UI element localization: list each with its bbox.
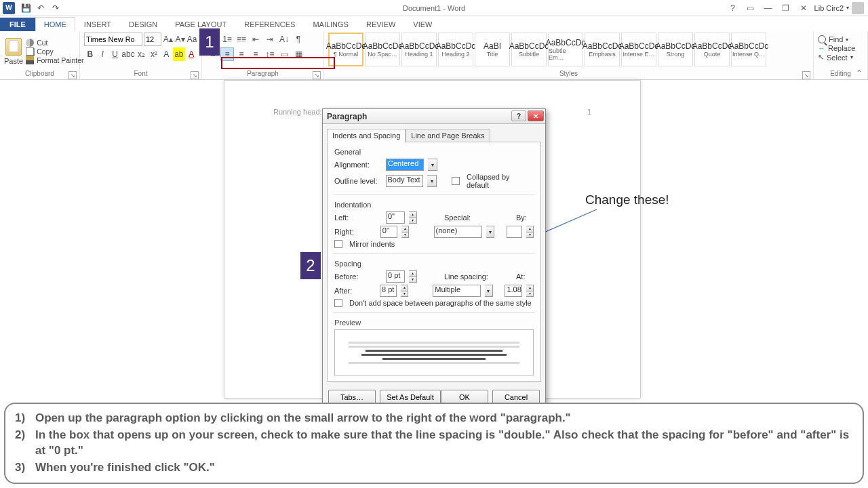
align-center-button[interactable]: ≡ (220, 47, 234, 61)
tab-view[interactable]: VIEW (404, 17, 441, 31)
copy-button[interactable]: Copy (26, 47, 83, 56)
text-effects-button[interactable]: A (161, 47, 172, 61)
decrease-indent-button[interactable]: ⇤ (249, 33, 262, 46)
style-no-spac-[interactable]: AaBbCcDcNo Spac… (365, 33, 400, 66)
close-button[interactable]: ✕ (797, 3, 810, 14)
justify-button[interactable]: ≡ (249, 47, 262, 61)
indent-right-spinner[interactable]: ▴▾ (401, 226, 409, 238)
tab-design[interactable]: DESIGN (120, 17, 166, 31)
after-spinner[interactable]: ▴▾ (401, 285, 408, 297)
italic-button[interactable]: I (96, 47, 108, 61)
numbering-button[interactable]: 1≡ (220, 33, 234, 46)
styles-launcher[interactable]: ↘ (802, 71, 810, 79)
dialog-help-button[interactable]: ? (511, 110, 526, 121)
style-heading-1[interactable]: AaBbCcDcHeading 1 (401, 33, 437, 66)
line-spacing-select[interactable]: Multiple (433, 285, 481, 297)
format-painter-button[interactable]: Format Painter (26, 56, 83, 64)
replace-button[interactable]: ↔Replace (818, 44, 863, 52)
outline-dropdown-icon[interactable]: ▾ (427, 175, 437, 187)
font-size-input[interactable] (144, 33, 161, 46)
qat-undo-button[interactable]: ↶ (34, 1, 47, 15)
grow-font-button[interactable]: A▴ (163, 33, 174, 46)
indent-left-spinner[interactable]: ▴▾ (409, 211, 417, 224)
tab-mailings[interactable]: MAILINGS (304, 17, 357, 31)
special-select[interactable]: (none) (434, 226, 482, 238)
style-subtle-em-[interactable]: AaBbCcDcSubtle Em… (548, 33, 583, 66)
alignment-dropdown-icon[interactable]: ▾ (428, 159, 437, 171)
shrink-font-button[interactable]: A▾ (175, 33, 186, 46)
shading-button[interactable]: ▭ (277, 47, 291, 61)
increase-indent-button[interactable]: ⇥ (263, 33, 277, 46)
select-button[interactable]: ↖Select▾ (818, 53, 863, 62)
dialog-titlebar[interactable]: Paragraph ? ✕ (323, 109, 545, 124)
user-account[interactable]: Lib Circ2▾ (814, 2, 864, 14)
indent-right-input[interactable]: 0" (380, 226, 397, 238)
dialog-close-button[interactable]: ✕ (528, 110, 544, 121)
sort-button[interactable]: A↓ (277, 33, 291, 46)
styles-group-label: Styles (559, 70, 578, 77)
at-input[interactable]: 1.08 (505, 285, 522, 297)
qat-save-button[interactable]: 💾 (19, 1, 33, 15)
tab-file[interactable]: FILE (0, 18, 35, 31)
line-spacing-button[interactable]: ↕≡ (263, 47, 277, 61)
collapsed-checkbox[interactable] (452, 177, 460, 185)
mirror-checkbox[interactable] (334, 240, 342, 248)
superscript-button[interactable]: x² (148, 47, 159, 61)
font-name-input[interactable] (84, 33, 142, 46)
style-normal[interactable]: AaBbCcDc¶ Normal (328, 33, 363, 66)
before-spinner[interactable]: ▴▾ (409, 270, 417, 283)
font-color-button[interactable]: A (186, 47, 197, 61)
clipboard-launcher[interactable]: ↘ (68, 71, 77, 79)
cut-button[interactable]: Cut (26, 39, 83, 47)
style-strong[interactable]: AaBbCcDcStrong (658, 33, 693, 66)
collapse-ribbon-button[interactable]: ⌃ (856, 68, 863, 78)
restore-button[interactable]: ❐ (779, 3, 793, 14)
tab-references[interactable]: REFERENCES (235, 17, 304, 31)
at-spinner[interactable]: ▴▾ (526, 285, 534, 297)
indent-left-input[interactable]: 0" (386, 211, 405, 224)
underline-button[interactable]: U (109, 47, 121, 61)
style-intense-e-[interactable]: AaBbCcDcIntense E… (621, 33, 656, 66)
style-emphasis[interactable]: AaBbCcDcEmphasis (585, 33, 620, 66)
multilevel-button[interactable]: ≡≡ (235, 33, 248, 46)
style-title[interactable]: AaBITitle (475, 33, 510, 66)
change-case-button[interactable]: Aa (186, 33, 197, 46)
align-right-button[interactable]: ≡ (235, 47, 248, 61)
font-launcher[interactable]: ↘ (191, 71, 199, 79)
dialog-tab-breaks[interactable]: Line and Page Breaks (406, 129, 490, 142)
label-by: By: (516, 214, 527, 222)
styles-gallery[interactable]: AaBbCcDc¶ NormalAaBbCcDcNo Spac…AaBbCcDc… (328, 33, 809, 70)
style-quote[interactable]: AaBbCcDcQuote (694, 33, 730, 66)
before-input[interactable]: 0 pt (386, 270, 405, 283)
qat-redo-button[interactable]: ↷ (49, 1, 62, 15)
label-at: At: (516, 272, 525, 281)
paragraph-launcher[interactable]: ↘ (313, 71, 321, 79)
paste-button[interactable]: Paste (4, 33, 23, 70)
outline-select[interactable]: Body Text (386, 175, 424, 187)
tab-review[interactable]: REVIEW (357, 17, 404, 31)
dialog-tab-indents[interactable]: Indents and Spacing (327, 129, 406, 142)
style-heading-2[interactable]: AaBbCcDcHeading 2 (438, 33, 473, 66)
by-spinner[interactable]: ▴▾ (526, 226, 534, 238)
ribbon-options-button[interactable]: ▭ (744, 3, 757, 14)
minimize-button[interactable]: — (762, 3, 775, 14)
after-input[interactable]: 8 pt (380, 285, 397, 297)
subscript-button[interactable]: x₂ (136, 47, 147, 61)
special-dropdown-icon[interactable]: ▾ (486, 226, 494, 238)
alignment-select[interactable]: Centered (386, 159, 424, 171)
tab-home[interactable]: HOME (35, 17, 75, 31)
find-button[interactable]: Find▾ (818, 35, 863, 43)
by-input[interactable] (507, 226, 523, 238)
tab-insert[interactable]: INSERT (75, 17, 120, 31)
show-marks-button[interactable]: ¶ (292, 33, 305, 46)
line-spacing-dropdown-icon[interactable]: ▾ (485, 285, 493, 297)
style-subtitle[interactable]: AaBbCcDcSubtitle (511, 33, 547, 66)
strikethrough-button[interactable]: abc (121, 47, 134, 61)
clipboard-group-label: Clipboard (25, 70, 54, 77)
borders-button[interactable]: ▦ (292, 47, 305, 61)
help-button[interactable]: ? (726, 3, 740, 14)
highlight-button[interactable]: ab (173, 47, 184, 61)
bold-button[interactable]: B (84, 47, 96, 61)
style-intense-q-[interactable]: AaBbCcDcIntense Q… (731, 33, 766, 66)
same-style-checkbox[interactable] (334, 299, 342, 307)
